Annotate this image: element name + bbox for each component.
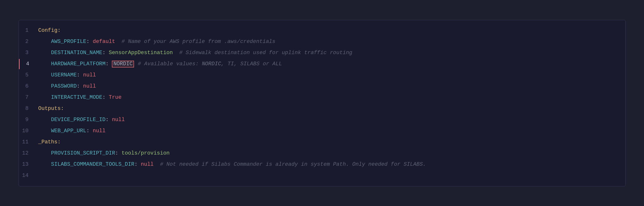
token-val-null: null (93, 128, 106, 134)
line-content: Outputs: (36, 104, 64, 114)
token-indent (38, 117, 51, 123)
token-val-string: tools/provision (122, 150, 170, 156)
code-line: 3 DESTINATION_NAME: SensorAppDestination… (19, 47, 625, 58)
token-colon: : (106, 117, 112, 123)
token-colon: : (86, 128, 93, 134)
token-colon: : (134, 161, 141, 168)
token-colon: : (102, 50, 109, 56)
line-number: 5 (19, 70, 36, 80)
line-content: _Paths: (36, 137, 61, 147)
line-number: 11 (19, 137, 36, 147)
token-key: DEVICE_PROFILE_ID (51, 117, 105, 123)
code-line: 5 USERNAME: null (19, 70, 625, 81)
token-indent (38, 94, 51, 100)
line-number: 9 (19, 115, 36, 125)
token-section: Outputs: (38, 106, 64, 112)
token-val-null: null (83, 83, 96, 89)
token-section: Config: (38, 28, 61, 34)
code-line: 12 PROVISION_SCRIPT_DIR: tools/provision (19, 148, 625, 159)
line-content: DESTINATION_NAME: SensorAppDestination #… (36, 48, 352, 58)
line-content: HARDWARE_PLATFORM: NORDIC # Available va… (36, 59, 282, 69)
token-colon: : (86, 38, 93, 45)
code-line: 11_Paths: (19, 136, 625, 148)
token-key: DESTINATION_NAME (51, 50, 102, 56)
token-section: _Paths: (38, 139, 61, 145)
code-line: 6 PASSWORD: null (19, 81, 625, 92)
token-key: SILABS_COMMANDER_TOOLS_DIR (51, 161, 134, 168)
line-content: WEB_APP_URL: null (36, 126, 106, 136)
token-key: USERNAME (51, 72, 77, 78)
token-val-null: null (83, 72, 96, 78)
code-line: 8Outputs: (19, 103, 625, 114)
token-indent (38, 72, 51, 78)
code-line: 9 DEVICE_PROFILE_ID: null (19, 114, 625, 126)
token-comment: # Available values: (134, 61, 202, 67)
line-number: 6 (19, 81, 36, 92)
line-content: PASSWORD: null (36, 81, 96, 92)
line-content: AWS_PROFILE: default # Name of your AWS … (36, 37, 276, 47)
line-number: 13 (19, 160, 36, 170)
token-val-null: null (112, 117, 125, 123)
token-comment: , TI, SILABS or ALL (221, 61, 282, 67)
token-key: PASSWORD (51, 83, 77, 89)
token-colon: : (106, 61, 112, 67)
token-val-default: default (93, 38, 115, 45)
code-line: 4 HARDWARE_PLATFORM: NORDIC # Available … (19, 58, 625, 70)
token-val-null: null (141, 161, 154, 168)
token-colon: : (77, 83, 83, 89)
code-line: 13 SILABS_COMMANDER_TOOLS_DIR: null # No… (19, 159, 625, 170)
token-indent (38, 83, 51, 89)
token-val-string: SensorAppDestination (109, 50, 173, 56)
line-number: 1 (19, 26, 36, 36)
token-key: WEB_APP_URL (51, 128, 86, 134)
token-comment: # Name of your AWS profile from .aws/cre… (115, 38, 275, 45)
line-number: 14 (19, 170, 36, 181)
code-line: 10 WEB_APP_URL: null (19, 126, 625, 136)
token-colon: : (115, 150, 121, 156)
line-content: DEVICE_PROFILE_ID: null (36, 115, 125, 125)
token-comment: # Sidewalk destination used for uplink t… (173, 50, 352, 56)
code-line: 7 INTERACTIVE_MODE: True (19, 92, 625, 103)
line-number: 3 (19, 48, 36, 58)
token-key: AWS_PROFILE (51, 38, 86, 45)
code-block: 1Config:2 AWS_PROFILE: default # Name of… (19, 25, 625, 181)
token-indent (38, 161, 51, 168)
token-key: HARDWARE_PLATFORM (51, 61, 105, 67)
line-content: Config: (36, 26, 61, 36)
token-comment: # Not needed if Silabs Commander is alre… (154, 161, 426, 168)
line-number: 12 (19, 148, 36, 158)
token-key: PROVISION_SCRIPT_DIR (51, 150, 115, 156)
line-content: SILABS_COMMANDER_TOOLS_DIR: null # Not n… (36, 160, 426, 170)
token-indent (38, 128, 51, 134)
token-indent (38, 61, 51, 67)
line-content: PROVISION_SCRIPT_DIR: tools/provision (36, 148, 170, 158)
code-line: 2 AWS_PROFILE: default # Name of your AW… (19, 36, 625, 47)
token-indent (38, 50, 51, 56)
token-colon: : (77, 72, 83, 78)
token-key: INTERACTIVE_MODE (51, 94, 102, 100)
code-line: 1Config: (19, 25, 625, 36)
line-number: 7 (19, 92, 36, 103)
line-number: 4 (19, 59, 36, 69)
token-indent (38, 38, 51, 45)
token-val-true: True (109, 94, 122, 100)
token-colon: : (102, 94, 109, 100)
line-content: USERNAME: null (36, 70, 96, 80)
line-number: 8 (19, 104, 36, 114)
line-number: 10 (19, 126, 36, 136)
code-line: 14 (19, 170, 625, 181)
line-content: INTERACTIVE_MODE: True (36, 92, 122, 103)
editor-container: 1Config:2 AWS_PROFILE: default # Name of… (19, 20, 626, 186)
token-comment-val: NORDIC (202, 61, 221, 67)
line-number: 2 (19, 37, 36, 47)
highlighted-value: NORDIC (112, 61, 134, 68)
token-indent (38, 150, 51, 156)
